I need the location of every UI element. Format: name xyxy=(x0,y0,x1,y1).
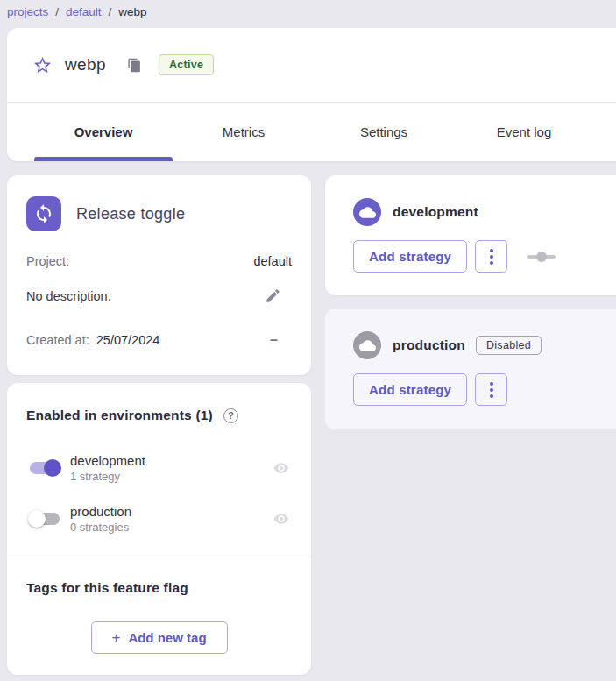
breadcrumb-link-projects[interactable]: projects xyxy=(7,5,48,18)
toggle-thumb xyxy=(536,252,547,262)
environments-tags-card: Enabled in environments (1) ? developmen… xyxy=(7,383,311,675)
add-tag-label: Add new tag xyxy=(128,630,206,645)
plus-icon: + xyxy=(111,630,120,645)
environments-title-row: Enabled in environments (1) ? xyxy=(26,408,292,423)
add-new-tag-button[interactable]: + Add new tag xyxy=(91,621,228,654)
created-label: Created at: xyxy=(26,333,89,347)
kebab-dot xyxy=(490,255,493,259)
tab-overview[interactable]: Overview xyxy=(33,103,173,161)
flag-type-label: Release toggle xyxy=(76,205,185,223)
environment-panel-development: development Add strategy xyxy=(325,175,616,295)
eye-icon xyxy=(271,460,292,476)
environment-panel-header: production Disabled xyxy=(353,331,542,359)
section-divider xyxy=(7,557,311,557)
development-toggle[interactable] xyxy=(28,458,61,478)
page-title: webp xyxy=(65,55,106,74)
description-text: No description. xyxy=(26,289,111,303)
environment-texts: production 0 strategies xyxy=(70,503,131,535)
favorite-button[interactable] xyxy=(32,54,53,75)
toggle-thumb xyxy=(28,510,46,528)
breadcrumb-separator: / xyxy=(55,5,59,18)
kebab-dot xyxy=(490,382,493,386)
breadcrumb-link-default[interactable]: default xyxy=(66,5,102,18)
environment-name: production xyxy=(70,503,131,520)
edit-description-button[interactable] xyxy=(265,287,281,304)
more-actions-button[interactable] xyxy=(475,240,507,273)
environment-panel-name: development xyxy=(393,204,478,220)
release-toggle-icon xyxy=(26,196,61,231)
visibility-button[interactable] xyxy=(271,511,292,527)
environment-row-development: development 1 strategy xyxy=(28,450,292,486)
copy-name-button[interactable] xyxy=(125,56,143,74)
production-toggle[interactable] xyxy=(28,509,61,528)
flag-type-row: Release toggle xyxy=(7,175,311,231)
breadcrumb-separator: / xyxy=(109,5,112,18)
more-actions-button[interactable] xyxy=(475,373,507,406)
environment-toggle-switch[interactable] xyxy=(527,251,556,263)
active-tab-indicator xyxy=(34,157,173,161)
environment-panel-actions: Add strategy xyxy=(353,373,507,406)
tab-settings[interactable]: Settings xyxy=(314,103,454,161)
created-row: Created at: 25/07/2024 – xyxy=(26,333,292,347)
environment-strategy-count: 0 strategies xyxy=(70,520,131,535)
tab-event-log[interactable]: Event log xyxy=(454,103,594,161)
add-strategy-button[interactable]: Add strategy xyxy=(353,373,467,406)
eye-icon xyxy=(271,511,292,527)
environment-row-production: production 0 strategies xyxy=(28,500,292,537)
cloud-icon xyxy=(353,331,381,359)
project-label: Project: xyxy=(26,254,69,268)
tab-label: Event log xyxy=(497,124,552,139)
breadcrumb: projects / default / webp xyxy=(7,0,147,23)
feature-flag-page: projects / default / webp webp Active Ov… xyxy=(0,0,616,681)
created-value: 25/07/2024 xyxy=(96,333,160,347)
cloud-icon xyxy=(353,198,381,226)
breadcrumb-current: webp xyxy=(118,5,146,18)
environment-texts: development 1 strategy xyxy=(70,452,145,484)
kebab-dot xyxy=(490,394,493,398)
tab-bar: Overview Metrics Settings Event log xyxy=(33,103,594,161)
environment-panel-actions: Add strategy xyxy=(353,240,556,273)
kebab-dot xyxy=(490,261,493,265)
environment-panel-header: development xyxy=(353,198,478,226)
pencil-icon xyxy=(265,287,281,304)
help-icon[interactable]: ? xyxy=(223,408,238,423)
visibility-button[interactable] xyxy=(271,460,292,476)
tab-label: Settings xyxy=(360,124,407,139)
disabled-badge: Disabled xyxy=(476,336,542,355)
flag-details-card: Release toggle Project: default No descr… xyxy=(7,175,311,375)
toggle-thumb xyxy=(44,459,61,477)
environment-panel-name: production xyxy=(393,337,465,353)
description-row: No description. xyxy=(26,287,292,304)
status-badge: Active xyxy=(159,54,214,75)
tab-metrics[interactable]: Metrics xyxy=(173,103,314,161)
tab-label: Overview xyxy=(74,124,133,139)
environment-name: development xyxy=(70,452,145,469)
add-strategy-button[interactable]: Add strategy xyxy=(353,240,467,273)
kebab-dot xyxy=(490,249,493,252)
tab-label: Metrics xyxy=(223,124,265,139)
environment-panel-production: production Disabled Add strategy xyxy=(325,309,616,429)
tags-title: Tags for this feature flag xyxy=(26,580,188,596)
copy-icon xyxy=(127,58,142,73)
kebab-dot xyxy=(490,388,493,392)
star-outline-icon xyxy=(32,55,53,75)
collapse-button[interactable]: – xyxy=(270,333,278,347)
flag-header-card: webp Active Overview Metrics Settings Ev… xyxy=(7,28,616,161)
flag-title-row: webp Active xyxy=(7,28,616,103)
project-value: default xyxy=(253,254,292,268)
environment-strategy-count: 1 strategy xyxy=(70,469,145,484)
environments-title: Enabled in environments (1) xyxy=(26,408,213,423)
project-row: Project: default xyxy=(26,254,292,268)
